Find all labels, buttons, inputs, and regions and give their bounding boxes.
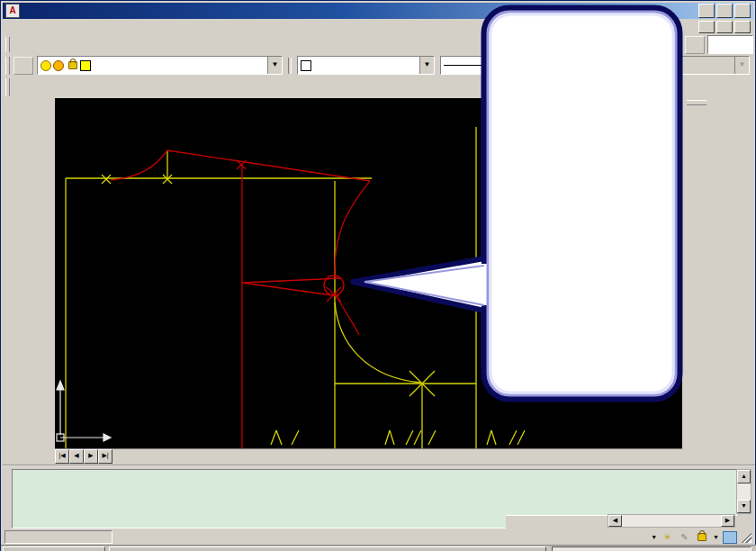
layer-color-swatch xyxy=(80,60,91,71)
style-combo[interactable] xyxy=(707,35,753,54)
right-toolbar-dock xyxy=(682,98,752,449)
dropdown-arrow-icon: ▼ xyxy=(734,57,749,74)
title-bar: A xyxy=(3,3,753,19)
close-button[interactable] xyxy=(734,4,751,18)
command-window: ▲ ▼ ◀ ▶ xyxy=(3,465,755,530)
annotation-visibility-icon[interactable]: ☀ xyxy=(661,531,674,543)
menu-bar xyxy=(3,19,753,36)
dropdown-arrow-icon[interactable]: ▼ xyxy=(651,534,657,540)
dropdown-arrow-icon[interactable]: ▼ xyxy=(419,57,434,74)
dim-style-combo: ▼ xyxy=(668,56,750,75)
toolbar-grip[interactable] xyxy=(5,78,10,95)
layers-properties-toolbar: ▼ ▼ ▼ ▼ xyxy=(3,54,753,77)
dropdown-arrow-icon[interactable]: ▼ xyxy=(536,57,550,74)
layer-unlock-icon xyxy=(68,61,77,69)
tab-last-button[interactable]: ▶| xyxy=(98,449,112,464)
standard-toolbar xyxy=(3,35,753,54)
command-horizontal-scrollbar[interactable]: ◀ ▶ xyxy=(608,514,735,528)
dropdown-arrow-icon[interactable]: ▼ xyxy=(267,57,282,74)
layer-combo[interactable]: ▼ xyxy=(37,56,283,75)
toolbar-grip[interactable] xyxy=(5,57,10,75)
left-toolbar-dock xyxy=(3,98,55,449)
scroll-right-icon[interactable]: ▶ xyxy=(721,515,734,527)
command-input[interactable] xyxy=(12,515,506,528)
dropdown-arrow-icon[interactable]: ▼ xyxy=(713,534,719,540)
edit-style-button[interactable] xyxy=(685,36,705,54)
scroll-up-icon[interactable]: ▲ xyxy=(737,470,751,483)
annotation-autoscale-icon[interactable]: ✎ xyxy=(678,531,691,543)
child-restore-button[interactable] xyxy=(716,21,733,33)
maximize-button[interactable] xyxy=(716,4,733,18)
child-close-button[interactable] xyxy=(734,21,751,33)
minimize-button[interactable] xyxy=(698,4,715,18)
command-vertical-scrollbar[interactable]: ▲ ▼ xyxy=(736,469,752,514)
linetype-sample xyxy=(444,65,507,66)
toolbar-lock-icon[interactable] xyxy=(698,533,706,541)
drawing-geometry xyxy=(55,98,682,448)
ucs-icon xyxy=(57,381,111,441)
color-swatch xyxy=(301,60,311,71)
resize-grip[interactable] xyxy=(741,532,752,543)
command-history[interactable] xyxy=(12,469,737,516)
scroll-down-icon[interactable]: ▼ xyxy=(737,500,751,513)
taskbar-edge xyxy=(1,545,756,551)
toolbar-grip[interactable] xyxy=(5,37,10,52)
autocad-window: A xyxy=(0,0,756,551)
app-icon: A xyxy=(5,4,20,18)
layer-thaw-sun-icon xyxy=(53,60,64,71)
layout-tab-bar: |◀ ◀ ▶ ▶| xyxy=(55,448,682,464)
tab-next-button[interactable]: ▶ xyxy=(84,449,98,464)
clean-screen-button[interactable] xyxy=(723,531,737,544)
child-minimize-button[interactable] xyxy=(698,21,715,33)
layer-on-bulb-icon xyxy=(40,60,51,71)
drawing-canvas[interactable] xyxy=(55,98,682,448)
status-bar: ▼ ☀ ✎ ▼ xyxy=(3,529,755,545)
inquiry-toolbar xyxy=(3,77,753,98)
tab-first-button[interactable]: |◀ xyxy=(55,449,69,464)
coordinates-readout xyxy=(4,530,112,544)
linetype-combo[interactable]: ▼ xyxy=(440,56,551,75)
scroll-left-icon[interactable]: ◀ xyxy=(608,515,622,527)
tab-prev-button[interactable]: ◀ xyxy=(69,449,84,464)
toolbar-grip[interactable] xyxy=(687,100,706,105)
layer-manager-button[interactable] xyxy=(14,57,33,75)
color-combo[interactable]: ▼ xyxy=(297,56,435,75)
